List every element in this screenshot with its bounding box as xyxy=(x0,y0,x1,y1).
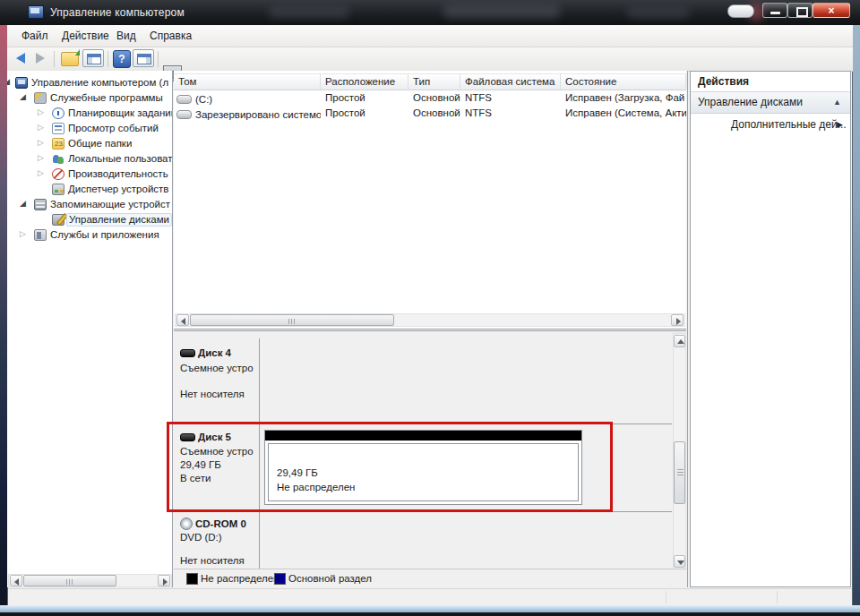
scroll-thumb[interactable] xyxy=(190,314,394,326)
submenu-arrow-icon: ▶ xyxy=(837,120,843,129)
help-icon[interactable] xyxy=(113,50,131,68)
forward-icon[interactable] xyxy=(36,53,45,64)
disk-management-icon xyxy=(52,214,64,226)
expander-icon[interactable] xyxy=(38,107,48,116)
expander-icon[interactable] xyxy=(38,138,48,147)
volume-filesystem: NTFS xyxy=(460,91,561,107)
glass-reflection xyxy=(627,5,690,18)
column-header-volume[interactable]: Том xyxy=(174,73,321,90)
expander-icon[interactable] xyxy=(38,168,48,177)
scroll-thumb[interactable] xyxy=(674,441,685,504)
graphical-view-vscrollbar[interactable] xyxy=(673,333,686,569)
back-icon[interactable] xyxy=(16,53,25,64)
desktop-strip xyxy=(0,612,860,616)
disk-row-disk4[interactable]: Диск 4 Съемное устро Нет носителя xyxy=(174,338,672,424)
tree-item-shared-folders[interactable]: Общие папки xyxy=(7,137,172,152)
disk-name: CD-ROM 0 xyxy=(195,518,246,529)
expander-icon[interactable] xyxy=(20,199,30,208)
actions-pane-title: Действия xyxy=(691,72,850,92)
menu-help[interactable]: Справка xyxy=(146,29,195,43)
show-console-tree-button[interactable] xyxy=(82,49,104,67)
column-header-layout[interactable]: Расположение xyxy=(321,73,408,90)
scroll-right-button[interactable] xyxy=(671,314,684,326)
maximize-button[interactable] xyxy=(787,3,813,18)
scroll-down-button[interactable] xyxy=(674,555,685,568)
disk-status: Нет носителя xyxy=(180,555,245,566)
scroll-right-button[interactable] xyxy=(158,575,170,586)
collapse-icon[interactable]: ▲ xyxy=(833,98,841,107)
shared-folders-icon xyxy=(52,138,64,150)
tree-item-disk-management[interactable]: Управление дисками xyxy=(7,213,172,228)
legend-label: Основной раздел xyxy=(288,573,372,584)
computer-icon xyxy=(15,77,28,89)
glass-reflection xyxy=(269,4,349,18)
disk-kind: Съемное устро xyxy=(180,363,254,373)
tree-item-label: Управление компьютером (л xyxy=(31,77,168,88)
unallocated-swatch xyxy=(186,573,198,585)
tree-item-label: Планировщик заданий xyxy=(68,107,173,118)
tree-item-device-manager[interactable]: Диспетчер устройств xyxy=(7,183,172,198)
column-header-status[interactable]: Состояние xyxy=(561,73,686,90)
console-tree-icon xyxy=(87,54,101,64)
expander-icon[interactable] xyxy=(38,123,48,132)
volume-list: Том Расположение Тип Файловая система Со… xyxy=(174,71,686,329)
actions-section-disk-management[interactable]: Управление дисками ▲ xyxy=(691,92,850,114)
expander-icon[interactable] xyxy=(20,229,30,238)
export-list-icon[interactable] xyxy=(61,52,79,66)
expander-icon[interactable] xyxy=(7,77,14,86)
tree-item-system-tools[interactable]: Служебные программы xyxy=(7,91,172,107)
minimize-button[interactable] xyxy=(762,3,787,18)
more-actions-item[interactable]: Дополнительные дей... ▶ xyxy=(691,116,850,134)
scroll-thumb[interactable] xyxy=(23,575,116,586)
window-client-area: Файл Действие Вид Справка Управление ком… xyxy=(7,25,853,605)
tree-item-storage[interactable]: Запоминающие устройст xyxy=(7,198,172,213)
primary-partition-swatch xyxy=(274,573,286,585)
tree-item-task-scheduler[interactable]: Планировщик заданий xyxy=(7,107,172,122)
scroll-up-button[interactable] xyxy=(674,335,685,347)
volume-name: (C:) xyxy=(195,94,212,105)
close-button[interactable]: × xyxy=(813,3,850,18)
menu-view[interactable]: Вид xyxy=(113,29,140,43)
device-manager-icon xyxy=(52,184,64,195)
actions-section-label: Управление дисками xyxy=(698,96,803,108)
tree-item-computer-management[interactable]: Управление компьютером (л xyxy=(7,76,172,91)
tree-item-services-apps[interactable]: Службы и приложения xyxy=(7,228,172,244)
title-bar[interactable]: Управление компьютером × xyxy=(0,0,860,25)
tree-item-label: Производительность xyxy=(68,168,168,179)
tree-item-label: Диспетчер устройств xyxy=(68,184,168,194)
expander-icon[interactable] xyxy=(38,153,48,162)
cdrom0-label[interactable]: CD-ROM 0 DVD (D:) Нет носителя xyxy=(175,512,260,573)
tree-hscrollbar[interactable] xyxy=(8,574,172,587)
performance-icon xyxy=(52,168,64,180)
volume-layout: Простой xyxy=(321,107,408,122)
partition-legend: Не распределен Основной раздел xyxy=(174,569,686,588)
window-border-bottom xyxy=(0,605,860,612)
cd-icon xyxy=(180,518,193,530)
overlay-pill-button[interactable] xyxy=(727,4,754,18)
tree-item-event-viewer[interactable]: Просмотр событий xyxy=(7,122,172,137)
volume-list-hscrollbar[interactable] xyxy=(175,313,685,327)
disk-kind: DVD (D:) xyxy=(180,532,222,543)
expander-icon[interactable] xyxy=(20,92,30,101)
highlight-annotation-box xyxy=(167,422,613,512)
column-header-type[interactable]: Тип xyxy=(408,73,460,90)
volume-name: Зарезервировано системой xyxy=(195,109,321,120)
toolbar xyxy=(7,47,853,72)
disk-name: Диск 4 xyxy=(198,347,231,358)
legend-label: Не распределен xyxy=(201,573,279,584)
scroll-left-button[interactable] xyxy=(10,575,22,586)
scroll-left-button[interactable] xyxy=(176,314,189,326)
tree-item-performance[interactable]: Производительность xyxy=(7,167,172,183)
volume-row-system-reserved[interactable]: Зарезервировано системой Простой Основно… xyxy=(174,107,686,122)
disk4-label[interactable]: Диск 4 Съемное устро Нет носителя xyxy=(175,338,260,424)
show-action-pane-button[interactable] xyxy=(133,49,154,67)
storage-icon xyxy=(34,199,47,210)
column-header-filesystem[interactable]: Файловая система xyxy=(460,73,561,90)
tree-item-local-users[interactable]: Локальные пользовате xyxy=(7,152,172,167)
disk-row-cdrom0[interactable]: CD-ROM 0 DVD (D:) Нет носителя xyxy=(174,512,672,573)
volume-row-c[interactable]: (C:) Простой Основной NTFS Исправен (Заг… xyxy=(174,91,686,107)
menu-action[interactable]: Действие xyxy=(58,29,113,43)
tree-item-label: Локальные пользовате xyxy=(68,153,173,164)
menu-file[interactable]: Файл xyxy=(18,29,52,43)
menu-bar: Файл Действие Вид Справка xyxy=(7,25,853,47)
